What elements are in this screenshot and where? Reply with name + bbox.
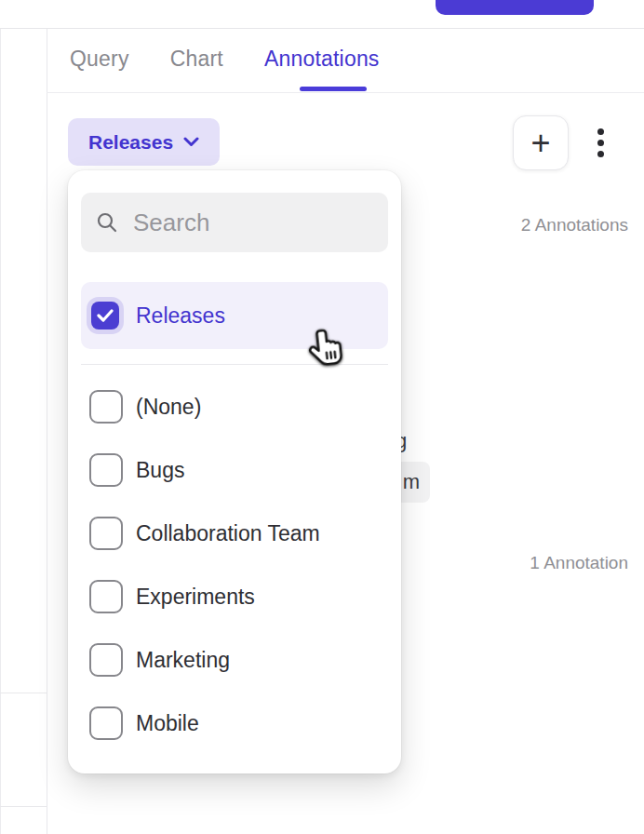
search-field[interactable] [81, 193, 388, 252]
annotation-category-option[interactable]: Mobile [68, 692, 401, 755]
checkmark-icon [97, 309, 114, 322]
add-annotation-button[interactable]: + [513, 115, 569, 170]
plus-icon: + [530, 127, 550, 160]
checkbox-unchecked[interactable] [89, 580, 123, 613]
option-label: Marketing [136, 648, 230, 673]
search-input[interactable] [131, 208, 373, 238]
annotation-category-option[interactable]: (None) [68, 375, 401, 438]
left-page-border [0, 29, 1, 834]
annotation-count-badge: 2 Annotations [521, 215, 628, 235]
releases-filter-button[interactable]: Releases [68, 118, 220, 166]
tab-bar: Query Chart Annotations [47, 29, 644, 93]
dropdown-divider [81, 364, 388, 365]
releases-filter-label: Releases [88, 131, 173, 154]
active-tab-indicator [300, 87, 367, 91]
tab-query[interactable]: Query [70, 47, 129, 72]
tab-annotations[interactable]: Annotations [264, 47, 380, 72]
search-icon [96, 211, 118, 234]
checkbox-checked[interactable] [91, 302, 119, 330]
tab-chart[interactable]: Chart [170, 47, 223, 72]
option-label: (None) [136, 395, 201, 420]
option-list: (None) Bugs Collaboration Team Experimen… [68, 375, 401, 755]
checkbox-unchecked[interactable] [89, 517, 123, 550]
primary-action-button-cropped[interactable] [436, 0, 594, 15]
checkbox-unchecked[interactable] [89, 643, 123, 677]
annotation-count-badge: 1 Annotation [530, 553, 628, 573]
option-label: Mobile [136, 711, 199, 736]
sidebar-row-divider [0, 806, 47, 807]
checkbox-unchecked[interactable] [89, 390, 123, 424]
option-label: Bugs [136, 458, 184, 483]
checkbox-focus-ring [87, 297, 124, 334]
annotation-category-option[interactable]: Collaboration Team [68, 502, 401, 565]
annotation-category-option[interactable]: Experiments [68, 565, 401, 628]
annotation-category-option[interactable]: Marketing [68, 628, 401, 692]
option-label: Experiments [136, 585, 255, 610]
chevron-down-icon [183, 137, 199, 147]
option-label: Collaboration Team [136, 521, 320, 546]
kebab-menu-icon[interactable] [590, 124, 610, 161]
checkbox-unchecked[interactable] [89, 706, 123, 740]
sidebar-row-divider [0, 693, 47, 693]
option-label: Releases [136, 303, 225, 329]
checkbox-unchecked[interactable] [89, 453, 123, 487]
sidebar-divider [47, 29, 47, 834]
annotation-category-option[interactable]: Bugs [68, 438, 401, 502]
releases-dropdown-panel: Releases (None) Bugs Collaboration Team … [68, 170, 401, 773]
option-releases-selected[interactable]: Releases [81, 282, 388, 349]
